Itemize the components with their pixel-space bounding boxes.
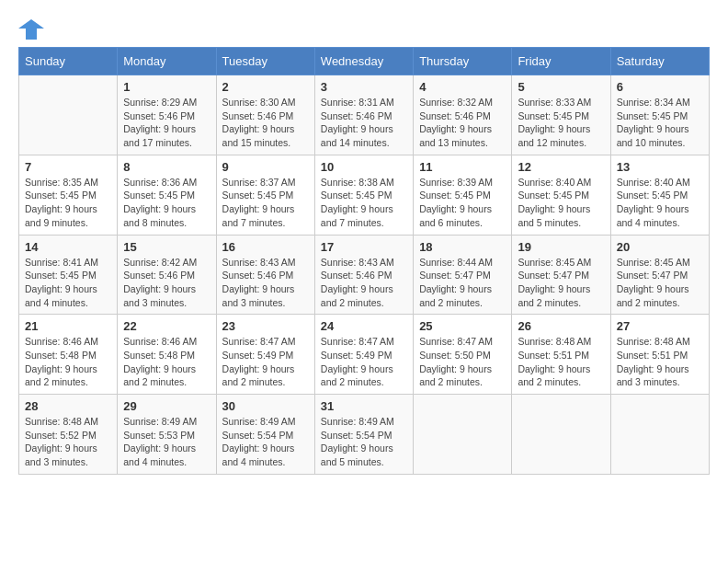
day-cell: 9Sunrise: 8:37 AMSunset: 5:45 PMDaylight…: [216, 155, 314, 235]
day-cell: 18Sunrise: 8:44 AMSunset: 5:47 PMDayligh…: [414, 235, 512, 315]
day-cell: [512, 395, 610, 475]
day-number: 20: [617, 240, 703, 254]
day-info: Sunrise: 8:31 AMSunset: 5:46 PMDaylight:…: [321, 96, 407, 150]
day-info: Sunrise: 8:47 AMSunset: 5:49 PMDaylight:…: [222, 335, 309, 389]
col-header-tuesday: Tuesday: [216, 48, 314, 75]
week-row-2: 7Sunrise: 8:35 AMSunset: 5:45 PMDaylight…: [19, 155, 710, 235]
day-cell: 28Sunrise: 8:48 AMSunset: 5:52 PMDayligh…: [19, 395, 118, 475]
day-info: Sunrise: 8:47 AMSunset: 5:50 PMDaylight:…: [419, 335, 506, 389]
col-header-wednesday: Wednesday: [314, 48, 413, 75]
day-number: 11: [419, 160, 506, 174]
day-number: 2: [222, 80, 309, 94]
day-number: 23: [222, 319, 309, 333]
day-number: 5: [518, 80, 604, 94]
day-cell: 25Sunrise: 8:47 AMSunset: 5:50 PMDayligh…: [414, 315, 512, 395]
day-number: 10: [321, 160, 407, 174]
day-cell: 15Sunrise: 8:42 AMSunset: 5:46 PMDayligh…: [118, 235, 216, 315]
day-cell: 1Sunrise: 8:29 AMSunset: 5:46 PMDaylight…: [118, 75, 216, 155]
day-number: 8: [123, 160, 210, 174]
day-info: Sunrise: 8:48 AMSunset: 5:52 PMDaylight:…: [25, 415, 111, 469]
day-cell: 4Sunrise: 8:32 AMSunset: 5:46 PMDaylight…: [414, 75, 512, 155]
week-row-5: 28Sunrise: 8:48 AMSunset: 5:52 PMDayligh…: [19, 395, 710, 475]
col-header-thursday: Thursday: [414, 48, 512, 75]
day-number: 22: [123, 319, 210, 333]
day-number: 19: [518, 240, 604, 254]
day-cell: 31Sunrise: 8:49 AMSunset: 5:54 PMDayligh…: [314, 395, 413, 475]
day-info: Sunrise: 8:49 AMSunset: 5:54 PMDaylight:…: [321, 415, 407, 469]
day-info: Sunrise: 8:39 AMSunset: 5:45 PMDaylight:…: [419, 176, 506, 230]
day-number: 26: [518, 319, 604, 333]
day-cell: [414, 395, 512, 475]
day-cell: 26Sunrise: 8:48 AMSunset: 5:51 PMDayligh…: [512, 315, 610, 395]
day-cell: 22Sunrise: 8:46 AMSunset: 5:48 PMDayligh…: [118, 315, 216, 395]
day-number: 1: [123, 80, 210, 94]
day-info: Sunrise: 8:41 AMSunset: 5:45 PMDaylight:…: [25, 256, 111, 310]
day-cell: 27Sunrise: 8:48 AMSunset: 5:51 PMDayligh…: [610, 315, 709, 395]
col-header-friday: Friday: [512, 48, 610, 75]
day-cell: 29Sunrise: 8:49 AMSunset: 5:53 PMDayligh…: [118, 395, 216, 475]
day-cell: 16Sunrise: 8:43 AMSunset: 5:46 PMDayligh…: [216, 235, 314, 315]
week-row-4: 21Sunrise: 8:46 AMSunset: 5:48 PMDayligh…: [19, 315, 710, 395]
week-row-1: 1Sunrise: 8:29 AMSunset: 5:46 PMDaylight…: [19, 75, 710, 155]
day-number: 24: [321, 319, 407, 333]
day-cell: 24Sunrise: 8:47 AMSunset: 5:49 PMDayligh…: [314, 315, 413, 395]
svg-marker-0: [18, 19, 44, 40]
logo-icon: [18, 19, 44, 40]
day-info: Sunrise: 8:45 AMSunset: 5:47 PMDaylight:…: [617, 256, 703, 310]
day-info: Sunrise: 8:37 AMSunset: 5:45 PMDaylight:…: [222, 176, 309, 230]
day-cell: 5Sunrise: 8:33 AMSunset: 5:45 PMDaylight…: [512, 75, 610, 155]
calendar-table: SundayMondayTuesdayWednesdayThursdayFrid…: [18, 47, 710, 475]
day-cell: 14Sunrise: 8:41 AMSunset: 5:45 PMDayligh…: [19, 235, 118, 315]
day-info: Sunrise: 8:48 AMSunset: 5:51 PMDaylight:…: [617, 335, 703, 389]
day-cell: 10Sunrise: 8:38 AMSunset: 5:45 PMDayligh…: [314, 155, 413, 235]
day-number: 28: [25, 399, 111, 413]
day-number: 3: [321, 80, 407, 94]
day-info: Sunrise: 8:36 AMSunset: 5:45 PMDaylight:…: [123, 176, 210, 230]
day-info: Sunrise: 8:35 AMSunset: 5:45 PMDaylight:…: [25, 176, 111, 230]
day-info: Sunrise: 8:32 AMSunset: 5:46 PMDaylight:…: [419, 96, 506, 150]
day-cell: 8Sunrise: 8:36 AMSunset: 5:45 PMDaylight…: [118, 155, 216, 235]
day-info: Sunrise: 8:40 AMSunset: 5:45 PMDaylight:…: [617, 176, 703, 230]
day-number: 6: [617, 80, 703, 94]
day-info: Sunrise: 8:45 AMSunset: 5:47 PMDaylight:…: [518, 256, 604, 310]
day-cell: [610, 395, 709, 475]
day-number: 25: [419, 319, 506, 333]
day-info: Sunrise: 8:33 AMSunset: 5:45 PMDaylight:…: [518, 96, 604, 150]
logo: [18, 18, 48, 40]
day-cell: 6Sunrise: 8:34 AMSunset: 5:45 PMDaylight…: [610, 75, 709, 155]
col-header-saturday: Saturday: [610, 48, 709, 75]
day-number: 29: [123, 399, 210, 413]
day-info: Sunrise: 8:44 AMSunset: 5:47 PMDaylight:…: [419, 256, 506, 310]
day-number: 13: [617, 160, 703, 174]
day-cell: 30Sunrise: 8:49 AMSunset: 5:54 PMDayligh…: [216, 395, 314, 475]
day-number: 30: [222, 399, 309, 413]
day-number: 17: [321, 240, 407, 254]
week-row-3: 14Sunrise: 8:41 AMSunset: 5:45 PMDayligh…: [19, 235, 710, 315]
day-cell: 3Sunrise: 8:31 AMSunset: 5:46 PMDaylight…: [314, 75, 413, 155]
day-cell: 20Sunrise: 8:45 AMSunset: 5:47 PMDayligh…: [610, 235, 709, 315]
day-number: 14: [25, 240, 111, 254]
day-number: 9: [222, 160, 309, 174]
day-cell: 12Sunrise: 8:40 AMSunset: 5:45 PMDayligh…: [512, 155, 610, 235]
col-header-monday: Monday: [118, 48, 216, 75]
day-cell: 7Sunrise: 8:35 AMSunset: 5:45 PMDaylight…: [19, 155, 118, 235]
day-cell: 19Sunrise: 8:45 AMSunset: 5:47 PMDayligh…: [512, 235, 610, 315]
day-info: Sunrise: 8:38 AMSunset: 5:45 PMDaylight:…: [321, 176, 407, 230]
day-info: Sunrise: 8:46 AMSunset: 5:48 PMDaylight:…: [25, 335, 111, 389]
day-info: Sunrise: 8:49 AMSunset: 5:54 PMDaylight:…: [222, 415, 309, 469]
day-info: Sunrise: 8:42 AMSunset: 5:46 PMDaylight:…: [123, 256, 210, 310]
day-number: 7: [25, 160, 111, 174]
day-info: Sunrise: 8:46 AMSunset: 5:48 PMDaylight:…: [123, 335, 210, 389]
day-cell: 21Sunrise: 8:46 AMSunset: 5:48 PMDayligh…: [19, 315, 118, 395]
day-cell: 13Sunrise: 8:40 AMSunset: 5:45 PMDayligh…: [610, 155, 709, 235]
day-info: Sunrise: 8:43 AMSunset: 5:46 PMDaylight:…: [222, 256, 309, 310]
day-number: 31: [321, 399, 407, 413]
day-info: Sunrise: 8:47 AMSunset: 5:49 PMDaylight:…: [321, 335, 407, 389]
day-cell: 11Sunrise: 8:39 AMSunset: 5:45 PMDayligh…: [414, 155, 512, 235]
day-info: Sunrise: 8:29 AMSunset: 5:46 PMDaylight:…: [123, 96, 210, 150]
day-number: 15: [123, 240, 210, 254]
day-number: 12: [518, 160, 604, 174]
day-number: 16: [222, 240, 309, 254]
day-cell: 17Sunrise: 8:43 AMSunset: 5:46 PMDayligh…: [314, 235, 413, 315]
day-info: Sunrise: 8:34 AMSunset: 5:45 PMDaylight:…: [617, 96, 703, 150]
